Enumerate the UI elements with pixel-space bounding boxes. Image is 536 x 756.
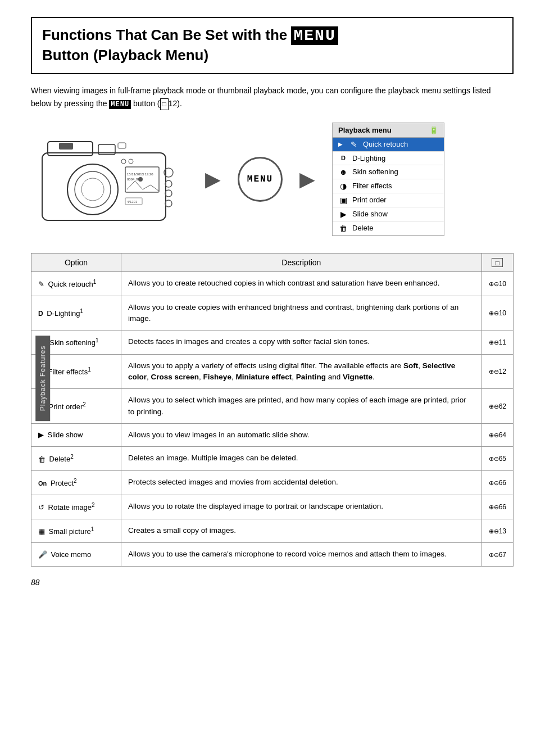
option-delete: 🗑 Delete2: [31, 447, 121, 471]
svg-point-4: [75, 171, 111, 207]
protect-icon: On: [38, 479, 47, 488]
option-slide-show: ▶ Slide show: [31, 423, 121, 446]
desc-slide-show: Allows you to view images in an automati…: [121, 423, 482, 446]
menu-item-label: Delete: [352, 224, 374, 232]
superscript: 1: [91, 526, 94, 532]
small-picture-icon: ▦: [38, 526, 45, 537]
voice-memo-icon: 🎤: [38, 549, 47, 560]
option-small-picture: ▦ Small picture1: [31, 519, 121, 543]
ref-protect: ⊕⊖66: [482, 471, 513, 495]
svg-text:15/11/2013 13:20: 15/11/2013 13:20: [127, 173, 153, 176]
menu-item-quick-retouch[interactable]: ▶ ✎ Quick retouch: [333, 138, 444, 152]
desc-delete: Deletes an image. Multiple images can be…: [121, 447, 482, 471]
menu-item-label: Filter effects: [352, 182, 392, 190]
features-table: Option Description □ ✎ Quick retouch1 Al…: [31, 253, 514, 567]
table-row: ↺ Rotate image2 Allows you to rotate the…: [31, 495, 514, 519]
superscript: 1: [93, 279, 97, 285]
desc-quick-retouch: Allows you to create retouched copies in…: [121, 271, 482, 296]
slide-show-icon: ▶: [38, 429, 44, 441]
superscript: 1: [88, 366, 91, 373]
desc-filter-effects: Allows you to apply a variety of effects…: [121, 354, 482, 389]
quick-retouch-icon: ✎: [349, 140, 359, 149]
table-row: D D-Lighting1 Allows you to create copie…: [31, 296, 514, 331]
option-rotate-image: ↺ Rotate image2: [31, 495, 121, 519]
superscript: 2: [74, 478, 77, 484]
superscript: 1: [96, 337, 99, 343]
menu-item-d-lighting[interactable]: D D-Lighting: [333, 152, 444, 165]
menu-item-skin-softening[interactable]: ☻ Skin softening: [333, 165, 444, 179]
menu-item-label: Skin softening: [352, 168, 398, 176]
camera-svg: 15/11/2013 13:20 0004.JPG 4/1221: [31, 130, 188, 226]
title-menu-word: MENU: [291, 26, 338, 45]
table-row: ▦ Small picture1 Creates a small copy of…: [31, 519, 514, 543]
menu-item-slide-show[interactable]: ▶ Slide show: [333, 207, 444, 221]
svg-point-15: [121, 159, 126, 164]
d-lighting-icon: D: [38, 309, 43, 319]
table-row: ✎ Quick retouch1 Allows you to create re…: [31, 271, 514, 296]
svg-text:4/1221: 4/1221: [127, 200, 138, 203]
option-d-lighting: D D-Lighting1: [31, 296, 121, 331]
desc-rotate-image: Allows you to rotate the displayed image…: [121, 495, 482, 519]
ref-filter-effects: ⊕⊖12: [482, 354, 513, 389]
page-title-box: Functions That Can Be Set with the MENU …: [31, 17, 514, 74]
menu-item-label: Print order: [352, 196, 387, 204]
ref-small-picture: ⊕⊖13: [482, 519, 513, 543]
option-protect: On Protect2: [31, 471, 121, 495]
table-header-description: Description: [121, 253, 482, 271]
table-row: ▣ Print order2 Allows you to select whic…: [31, 389, 514, 424]
d-lighting-icon: D: [338, 155, 348, 161]
playback-menu-title: Playback menu 🔋: [333, 123, 444, 138]
right-arrow: ▶: [205, 168, 221, 191]
menu-button-area: MENU: [238, 157, 283, 202]
title-prefix: Functions That Can Be Set with the: [42, 26, 287, 43]
desc-protect: Protects selected images and movies from…: [121, 471, 482, 495]
ref-d-lighting: ⊕⊖10: [482, 296, 513, 331]
superscript: 1: [80, 308, 84, 314]
delete-icon: 🗑: [338, 224, 348, 233]
ref-print-order: ⊕⊖62: [482, 389, 513, 424]
intro-text-main: When viewing images in full-frame playba…: [31, 86, 491, 107]
table-row: 🗑 Delete2 Deletes an image. Multiple ima…: [31, 447, 514, 471]
superscript: 2: [92, 502, 95, 508]
page-number: 88: [31, 578, 514, 587]
ref-rotate-image: ⊕⊖66: [482, 495, 513, 519]
menu-button-circle: MENU: [238, 157, 283, 202]
table-row: On Protect2 Protects selected images and…: [31, 471, 514, 495]
diagram-area: 15/11/2013 13:20 0004.JPG 4/1221 ▶ ME: [31, 123, 514, 236]
table-header-ref: □: [482, 253, 513, 271]
menu-item-filter-effects[interactable]: ◑ Filter effects: [333, 179, 444, 193]
ref-quick-retouch: ⊕⊖10: [482, 271, 513, 296]
svg-rect-10: [59, 143, 73, 150]
menu-item-print-order[interactable]: ▣ Print order: [333, 193, 444, 207]
intro-menu-word: MENU: [109, 100, 131, 109]
menu-item-label: Quick retouch: [363, 140, 408, 148]
table-header-option: Option: [31, 253, 121, 271]
table-row: ◑ Filter effects1 Allows you to apply a …: [31, 354, 514, 389]
filter-effects-icon: ◑: [338, 182, 348, 191]
intro-paragraph: When viewing images in full-frame playba…: [31, 84, 514, 110]
desc-d-lighting: Allows you to create copies with enhance…: [121, 296, 482, 331]
rotate-image-icon: ↺: [38, 502, 44, 513]
menu-item-label: Slide show: [352, 210, 388, 218]
table-row: 🎤 Voice memo Allows you to use the camer…: [31, 543, 514, 566]
menu-arrow: ▶: [338, 141, 343, 147]
option-voice-memo: 🎤 Voice memo: [31, 543, 121, 566]
playback-menu-panel: Playback menu 🔋 ▶ ✎ Quick retouch D D-Li…: [332, 123, 444, 236]
intro-button-ref: button (□12).: [133, 99, 182, 108]
battery-icon: 🔋: [429, 126, 438, 134]
desc-voice-memo: Allows you to use the camera's microphon…: [121, 543, 482, 566]
desc-print-order: Allows you to select which images are pr…: [121, 389, 482, 424]
svg-rect-19: [118, 143, 126, 148]
camera-diagram: 15/11/2013 13:20 0004.JPG 4/1221: [31, 130, 188, 228]
ref-delete: ⊕⊖65: [482, 447, 513, 471]
svg-point-5: [81, 178, 104, 201]
book-ref: □: [160, 98, 169, 110]
desc-skin-softening: Detects faces in images and creates a co…: [121, 331, 482, 355]
svg-point-16: [129, 159, 133, 164]
right-arrow-2: ▶: [299, 168, 315, 191]
menu-item-delete[interactable]: 🗑 Delete: [333, 221, 444, 236]
delete-icon: 🗑: [38, 454, 46, 465]
svg-point-9: [138, 177, 143, 182]
desc-small-picture: Creates a small copy of images.: [121, 519, 482, 543]
option-quick-retouch: ✎ Quick retouch1: [31, 271, 121, 296]
